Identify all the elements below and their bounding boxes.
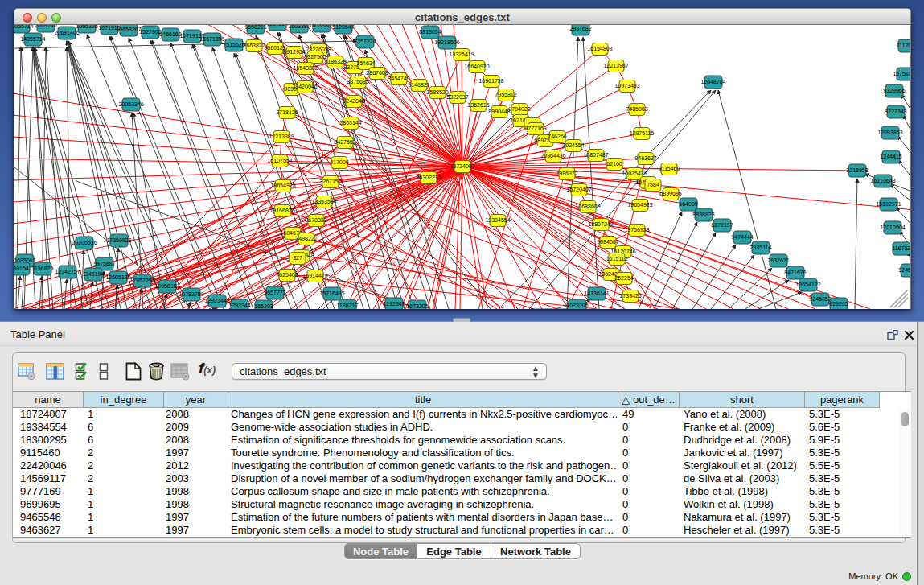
svg-text:3215958: 3215958: [846, 167, 868, 173]
svg-text:6879197: 6879197: [711, 222, 733, 228]
svg-text:8186328: 8186328: [324, 59, 346, 64]
svg-text:25302215: 25302215: [416, 175, 441, 180]
svg-text:3024554: 3024554: [562, 142, 584, 148]
svg-text:8813054: 8813054: [419, 29, 441, 35]
svg-text:8427552: 8427552: [334, 139, 355, 145]
svg-text:9975887: 9975887: [93, 261, 115, 266]
svg-text:12923448: 12923448: [204, 298, 229, 303]
svg-text:2867608: 2867608: [366, 70, 388, 76]
svg-text:1588520: 1588520: [426, 89, 448, 95]
svg-text:16543382: 16543382: [293, 65, 318, 71]
svg-text:7663822: 7663822: [243, 43, 265, 48]
svg-text:9120547: 9120547: [332, 25, 354, 30]
svg-text:9084067: 9084067: [597, 239, 618, 245]
svg-text:9245872: 9245872: [898, 267, 910, 273]
svg-text:19384554: 19384554: [485, 217, 510, 223]
svg-text:10807487: 10807487: [583, 152, 608, 158]
svg-text:16782759: 16782759: [179, 291, 203, 297]
svg-text:7515526: 7515526: [223, 42, 244, 47]
svg-text:2803144: 2803144: [339, 120, 361, 126]
svg-text:9794028: 9794028: [508, 106, 530, 112]
svg-text:3498222: 3498222: [295, 236, 317, 241]
svg-text:10958107: 10958107: [154, 283, 179, 289]
svg-text:1733426: 1733426: [619, 293, 641, 299]
svg-text:1292340: 1292340: [383, 301, 405, 307]
svg-text:1603380: 1603380: [288, 25, 310, 29]
svg-text:1065326: 1065326: [76, 25, 97, 29]
svg-text:8938923: 8938923: [692, 212, 714, 217]
svg-text:1073205: 1073205: [566, 303, 588, 308]
svg-text:1188217: 1188217: [337, 303, 359, 308]
svg-text:8678332: 8678332: [305, 217, 326, 223]
svg-text:8912954: 8912954: [283, 49, 305, 55]
svg-text:16033809: 16033809: [309, 25, 334, 28]
svg-text:9227343: 9227343: [885, 109, 906, 114]
svg-text:12505135: 12505135: [105, 274, 130, 280]
svg-text:14055714: 14055714: [14, 25, 34, 29]
svg-text:9463627: 9463627: [634, 155, 656, 161]
svg-text:15751074: 15751074: [893, 71, 910, 76]
svg-text:15692971: 15692971: [876, 201, 901, 207]
svg-text:16914479: 16914479: [302, 273, 327, 278]
svg-text:7986372: 7986372: [556, 171, 577, 176]
svg-text:1673205: 1673205: [406, 303, 428, 309]
svg-text:1156829: 1156829: [32, 266, 54, 271]
svg-text:10025438: 10025438: [622, 171, 647, 176]
svg-text:20206536: 20206536: [72, 240, 97, 245]
svg-text:23420046: 23420046: [292, 84, 317, 89]
svg-text:16640920: 16640920: [464, 64, 489, 69]
svg-text:8471676: 8471676: [784, 270, 806, 275]
svg-text:2069140: 2069140: [35, 25, 56, 28]
svg-text:1362615: 1362615: [467, 102, 489, 108]
svg-text:10654122: 10654122: [795, 282, 820, 287]
svg-text:20364436: 20364436: [540, 153, 565, 159]
svg-text:164099: 164099: [679, 201, 697, 207]
svg-text:116753: 116753: [893, 245, 910, 251]
svg-text:16961758: 16961758: [478, 78, 503, 84]
svg-text:5322037: 5322037: [446, 94, 468, 100]
svg-text:165203: 165203: [254, 303, 273, 309]
svg-text:7625402: 7625402: [276, 272, 298, 278]
svg-text:417006: 417006: [330, 159, 348, 165]
svg-text:327: 327: [293, 255, 302, 261]
svg-text:12213967: 12213967: [603, 63, 628, 68]
svg-text:17010504: 17010504: [880, 225, 905, 230]
svg-text:1615112: 1615112: [606, 256, 628, 262]
svg-text:6466160: 6466160: [159, 31, 181, 37]
svg-text:9146821: 9146821: [408, 82, 429, 88]
svg-text:10973493: 10973493: [614, 83, 639, 89]
svg-text:12342757: 12342757: [55, 269, 80, 274]
svg-text:9115460: 9115460: [659, 166, 680, 171]
svg-text:18807249: 18807249: [588, 221, 613, 227]
svg-text:7485063: 7485063: [626, 106, 647, 112]
svg-text:1112054: 1112054: [897, 43, 910, 48]
svg-text:9329966: 9329966: [883, 88, 905, 93]
svg-text:12975115: 12975115: [630, 130, 655, 136]
svg-text:19756928: 19756928: [624, 227, 649, 233]
svg-text:16154808: 16154808: [587, 46, 612, 51]
svg-text:9474444: 9474444: [731, 234, 753, 240]
svg-text:14136141: 14136141: [584, 290, 609, 296]
svg-text:39154: 39154: [14, 266, 29, 271]
svg-text:7955812: 7955812: [495, 92, 516, 97]
svg-text:9245052: 9245052: [809, 296, 831, 302]
svg-text:7357224: 7357224: [354, 39, 376, 44]
svg-text:14055714: 14055714: [20, 36, 45, 42]
svg-text:9777169: 9777169: [524, 126, 546, 131]
svg-text:16648784: 16648784: [700, 79, 725, 84]
svg-text:16107554: 16107554: [267, 158, 292, 163]
svg-text:929205: 929205: [829, 301, 848, 307]
svg-text:2935114: 2935114: [750, 245, 772, 250]
svg-text:1244415: 1244415: [880, 154, 901, 159]
svg-text:17957255: 17957255: [129, 278, 154, 283]
svg-text:19218506: 19218506: [434, 39, 459, 45]
svg-text:7584: 7584: [647, 182, 659, 187]
svg-text:10653267: 10653267: [116, 27, 141, 32]
svg-text:20053346: 20053346: [118, 101, 143, 107]
svg-text:13325419: 13325419: [449, 51, 474, 57]
svg-text:16210643: 16210643: [870, 178, 895, 183]
svg-text:252254: 252254: [614, 275, 633, 281]
svg-text:3875685: 3875685: [347, 79, 368, 84]
svg-text:9327505: 9327505: [304, 54, 326, 60]
svg-text:15716485: 15716485: [319, 290, 344, 296]
